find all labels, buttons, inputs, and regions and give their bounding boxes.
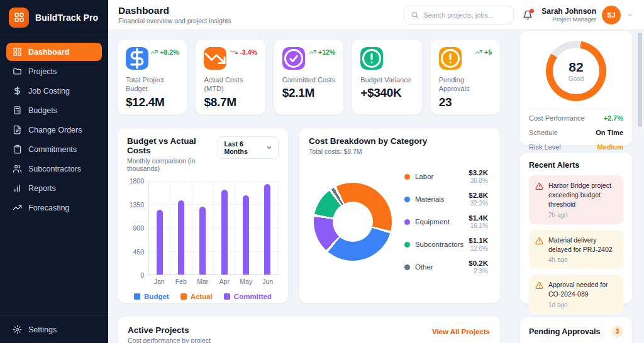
main-area: Dashboard Financial overview and project… (108, 0, 644, 343)
grid-icon (13, 47, 22, 57)
kpi-label: Committed Costs (282, 75, 335, 84)
legend-swatch (134, 293, 140, 300)
kpi-card-actual-costs-mtd-: -3.4%Actual Costs (MTD)$8.7M (195, 39, 265, 115)
sidebar-item-label: Commitments (28, 145, 77, 154)
sidebar-settings-label: Settings (28, 325, 57, 334)
donut-legend-labor: Labor$3.2K36.8% (404, 169, 488, 184)
sidebar-item-settings[interactable]: Settings (0, 315, 108, 343)
sidebar-item-change-orders[interactable]: Change Orders (6, 121, 102, 139)
pending-approvals-badge: 3 (611, 325, 623, 337)
x-tick-label: Feb (170, 278, 192, 285)
kpi-label: Budget Variance (360, 75, 413, 84)
sidebar-item-commitments[interactable]: Commitments (6, 140, 102, 158)
project-health-card: 82 Good Cost Performance+2.7%ScheduleOn … (519, 30, 633, 146)
sidebar-item-label: Projects (28, 67, 57, 76)
y-tick-label: 900 (133, 224, 144, 232)
x-tick-label: May (235, 278, 257, 285)
alert-item[interactable]: Material delivery delayed for PRJ-24024h… (529, 230, 623, 269)
chevron-down-icon (626, 11, 634, 19)
x-tick-label: Jan (148, 278, 170, 285)
app-name: BuildTrack Pro (35, 13, 98, 23)
bar-chart-title: Budget vs Actual Costs (127, 136, 218, 155)
donut-legend: Labor$3.2K36.8%Materials$2.8K32.2%Equipm… (404, 169, 488, 275)
slice-label: Labor (415, 173, 464, 180)
metric-value: +2.7% (604, 114, 624, 122)
legend-swatch (180, 293, 187, 300)
warning-triangle-icon (535, 281, 543, 289)
alert-circle-icon (360, 47, 383, 70)
kpi-card-committed-costs: +12%Committed Costs$2.1M (274, 39, 344, 115)
pending-approvals-title: Pending Approvals (529, 327, 600, 336)
x-tick-label: Apr (214, 278, 236, 285)
avatar[interactable]: SJ (602, 6, 621, 24)
kpi-value: $12.4M (126, 95, 179, 109)
slice-percent: 12.6% (469, 245, 488, 252)
legend-item-budget: Budget (134, 293, 169, 300)
kpi-value: $8.7M (204, 95, 257, 109)
chevron-down-icon (266, 144, 272, 151)
scrollbar-thumb[interactable] (638, 33, 642, 127)
health-score: 82 (569, 60, 583, 75)
trending-down-icon (204, 47, 226, 70)
sidebar-item-forecasting[interactable]: Forecasting (6, 199, 102, 217)
bar-feb (178, 200, 184, 275)
alert-time: 2h ago (548, 212, 617, 219)
pending-approvals-card: Pending Approvals 3 (519, 317, 633, 343)
sidebar-item-dashboard[interactable]: Dashboard (6, 43, 102, 61)
timerange-select[interactable]: Last 6 Months (218, 136, 279, 159)
alert-item[interactable]: Harbor Bridge project exceeding budget t… (529, 175, 623, 224)
legend-swatch (224, 293, 230, 300)
user-menu[interactable]: Sarah Johnson Project Manager SJ (541, 6, 634, 24)
alert-circle-icon (439, 47, 462, 70)
kpi-trend: +8.2% (150, 48, 179, 56)
notifications-button[interactable] (523, 10, 533, 20)
sidebar-item-projects[interactable]: Projects (6, 62, 102, 80)
metric-value: Medium (597, 143, 623, 151)
kpi-label: Total Project Budget (126, 75, 179, 94)
trending-up-icon (13, 203, 22, 212)
file-text-icon (13, 125, 22, 134)
sidebar-item-budgets[interactable]: Budgets (6, 101, 102, 119)
donut-legend-materials: Materials$2.8K32.2% (404, 192, 488, 207)
sidebar-item-label: Dashboard (28, 48, 69, 57)
kpi-value: 23 (439, 95, 492, 109)
search-input[interactable] (423, 11, 507, 19)
kpi-card-pending-approvals: +5Pending Approvals23 (430, 39, 501, 115)
y-axis: 180013509004500 (127, 181, 148, 275)
alert-time: 4h ago (548, 256, 617, 263)
slice-label: Equipment (415, 218, 464, 226)
sidebar-item-reports[interactable]: Reports (6, 179, 102, 197)
donut-chart-title: Cost Breakdown by Category (309, 136, 427, 146)
cost-breakdown-card: Cost Breakdown by Category Total costs: … (299, 128, 501, 303)
slice-percent: 2.3% (469, 268, 488, 275)
kpi-label: Pending Approvals (439, 75, 492, 94)
legend-dot (404, 197, 410, 202)
page-title: Dashboard (118, 5, 231, 16)
budget-vs-actual-card: Budget vs Actual Costs Monthly compariso… (117, 128, 289, 303)
health-score-gauge: 82 Good (546, 41, 606, 101)
bar-plot (148, 181, 279, 275)
alert-item[interactable]: Approval needed for CO-2024-0891d ago (529, 275, 623, 313)
page-subtitle: Financial overview and project insights (118, 17, 231, 24)
bar-jan (157, 210, 163, 275)
slice-label: Subcontractors (415, 241, 464, 248)
kpi-trend: +5 (475, 48, 492, 56)
warning-triangle-icon (535, 236, 543, 244)
y-tick-label: 450 (133, 248, 144, 256)
trending-up-icon (475, 48, 482, 56)
view-all-projects-link[interactable]: View All Projects (432, 328, 490, 335)
legend-item-committed: Committed (224, 293, 272, 300)
sidebar-item-subcontractors[interactable]: Subcontractors (6, 160, 102, 178)
search-box[interactable] (404, 6, 514, 24)
donut-chart (314, 183, 392, 261)
bar-chart-icon (13, 183, 22, 193)
bar-may (243, 195, 249, 275)
slice-percent: 36.8% (469, 177, 488, 184)
legend-dot (404, 174, 410, 180)
dollar-icon (13, 86, 22, 95)
dashboard-content: +8.2%Total Project Budget$12.4M-3.4%Actu… (108, 30, 644, 343)
health-metrics: Cost Performance+2.7%ScheduleOn TimeRisk… (529, 111, 623, 154)
metric-label: Cost Performance (529, 114, 585, 122)
sidebar-item-job-costing[interactable]: Job Costing (6, 82, 102, 100)
user-name: Sarah Johnson (541, 7, 596, 16)
